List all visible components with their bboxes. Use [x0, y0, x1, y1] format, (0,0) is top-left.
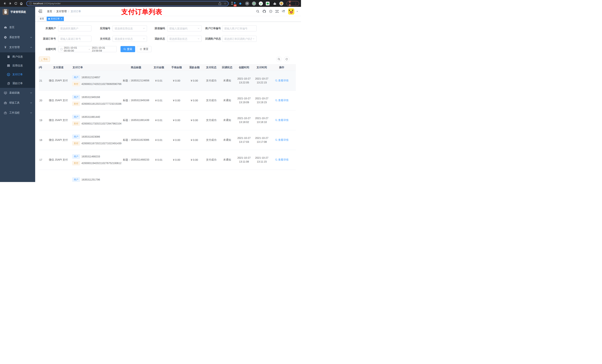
sidebar-item-application-info[interactable]: 应用信息	[0, 61, 35, 70]
browser-update-button[interactable]: 更新 ⋮	[287, 1, 299, 6]
cell-title: 标题：1635312124656	[122, 79, 150, 82]
merchant-input-field[interactable]	[60, 27, 89, 30]
tag-pay-order[interactable]: 支付订单 ×	[47, 17, 64, 21]
breadcrumb-pay[interactable]: 支付管理	[56, 10, 67, 13]
page-title: 支付订单列表	[121, 7, 162, 16]
extensions-row: ◆ 10 ◆ ⌘ y	[231, 1, 284, 6]
extension-blocks-icon[interactable]: ◆ 10	[231, 1, 236, 6]
date-range-picker[interactable]: 2021-10-01 00:00:00 - 2021-10-31 23:59:5…	[58, 46, 117, 52]
view-detail-link[interactable]: 查看详情	[275, 99, 289, 102]
cell-notify: 未通知	[219, 99, 235, 102]
tag-home[interactable]: 首页	[38, 17, 46, 21]
breadcrumb-home[interactable]: 首页	[47, 10, 52, 13]
home-icon[interactable]	[19, 1, 24, 6]
sidebar-item-pay[interactable]: ¥ 支付管理	[0, 42, 35, 52]
cell-id: 19	[39, 119, 44, 122]
pay-order-no: 4200001167202110271022491439	[81, 142, 121, 145]
profile-emoji-icon[interactable]	[279, 1, 284, 6]
fullscreen-icon[interactable]	[275, 10, 279, 13]
merchant-tag: 商户	[72, 115, 80, 119]
refresh-button[interactable]	[284, 56, 290, 62]
cell-notify: 未通知	[219, 138, 235, 142]
extensions-puzzle-icon[interactable]	[272, 1, 277, 6]
toggle-search-button[interactable]	[276, 56, 282, 62]
avatar-caret-icon[interactable]: ▼	[296, 10, 298, 12]
merchant-order-no: 1635311881440	[81, 115, 100, 118]
close-icon[interactable]: ×	[61, 18, 62, 20]
breadcrumb-separator: /	[54, 10, 55, 13]
paid-date: 2021-10-27	[253, 136, 271, 140]
channel-order-input[interactable]	[58, 36, 91, 42]
merchant-order-input[interactable]	[222, 25, 257, 31]
filter-label: 所属商户	[39, 27, 58, 30]
sidebar-label: 商户信息	[12, 55, 32, 58]
channel-order-field[interactable]	[60, 37, 89, 40]
view-detail-link[interactable]: 查看详情	[275, 138, 289, 142]
extension-y-icon[interactable]: y	[258, 1, 263, 6]
cell-status: 支付成功	[203, 158, 219, 161]
sidebar-item-system[interactable]: 系统管理	[0, 32, 35, 42]
extension-chat-icon[interactable]	[266, 1, 270, 6]
sidebar-item-home[interactable]: 首页	[0, 22, 35, 32]
created-time: 13:11:08	[235, 160, 253, 164]
back-icon[interactable]	[2, 1, 7, 6]
browser-menu-icon[interactable]: ⋮	[294, 2, 297, 5]
refund-status-select[interactable]	[167, 36, 202, 42]
view-detail-label: 查看详情	[278, 119, 289, 122]
update-label: 更新	[289, 0, 293, 7]
sidebar-item-workflow[interactable]: 工作流程	[0, 108, 35, 118]
sidebar-item-merchant-info[interactable]: 商户信息	[0, 52, 35, 61]
search-icon[interactable]	[256, 10, 259, 13]
site-info-icon[interactable]: ⓘ	[29, 2, 32, 5]
cell-amount: ¥ 0.01	[150, 138, 168, 142]
page-content: 所属商户 应用编号 渠道编码 商户订单编号 渠	[35, 22, 301, 182]
export-button[interactable]: ↓ 导出	[39, 57, 50, 62]
filter-label: 回调商户状态	[205, 37, 222, 41]
monitor-icon	[4, 91, 7, 94]
channel-code-select[interactable]	[167, 25, 202, 31]
pay-status-field[interactable]	[115, 37, 142, 40]
filter-merchant: 所属商户	[39, 25, 91, 31]
reset-button[interactable]: 重置	[137, 46, 151, 52]
refund-status-field[interactable]	[169, 37, 197, 40]
extension-command-icon[interactable]: ⌘	[245, 1, 249, 6]
app-title: 芋道管理系统	[10, 10, 26, 14]
view-detail-link[interactable]: 查看详情	[275, 158, 289, 161]
cell-channel: 微信 JSAPI 支付	[44, 138, 72, 142]
github-icon[interactable]	[262, 10, 266, 13]
help-icon[interactable]: ?	[269, 10, 272, 13]
paid-date: 2021-10-27	[253, 116, 271, 120]
bookmark-star-icon[interactable]: ☆	[224, 2, 226, 5]
pay-status-select[interactable]	[113, 36, 147, 42]
channel-code-field[interactable]	[169, 27, 197, 30]
view-detail-link[interactable]: 查看详情	[275, 119, 289, 122]
cell-fee: ¥ 0.00	[168, 158, 185, 161]
yen-circle-icon: ¥	[7, 73, 10, 76]
extension-gem-icon[interactable]: ◆	[238, 1, 243, 6]
address-bar[interactable]: ⓘ localhost:1024/pay/order ☆	[26, 1, 229, 6]
merchant-input[interactable]	[58, 25, 91, 31]
view-detail-link[interactable]: 查看详情	[275, 79, 289, 82]
sidebar-item-refund-order[interactable]: 退款订单	[0, 79, 35, 88]
sidebar-toggle-icon[interactable]	[38, 10, 42, 13]
forward-icon[interactable]	[7, 1, 13, 6]
font-size-icon[interactable]: TT	[282, 10, 285, 13]
search-button[interactable]: 搜索	[120, 46, 135, 52]
merchant-order-field[interactable]	[224, 27, 255, 30]
cell-id: 18	[39, 138, 44, 142]
sidebar-item-infrastructure[interactable]: 基础设施	[0, 88, 35, 98]
app-select[interactable]	[113, 25, 147, 31]
callback-status-field[interactable]	[224, 37, 252, 40]
sidebar-item-devtools[interactable]: 研发工具	[0, 98, 35, 108]
user-avatar[interactable]	[288, 8, 294, 15]
logo-rabbit-image	[3, 9, 9, 15]
merchant-order-no: 1635311468233	[81, 155, 100, 158]
cell-fee: ¥ 0.00	[168, 99, 185, 102]
sidebar-item-pay-order[interactable]: ¥ 支付订单	[0, 70, 35, 79]
reload-icon[interactable]	[13, 1, 19, 6]
extension-record-icon[interactable]	[252, 1, 256, 6]
app-select-field[interactable]	[115, 27, 142, 30]
share-icon[interactable]	[218, 2, 221, 5]
top-navbar: 首页 / 支付管理 / 支付订单 ? TT ▼	[35, 7, 301, 16]
callback-status-select[interactable]	[222, 36, 257, 42]
